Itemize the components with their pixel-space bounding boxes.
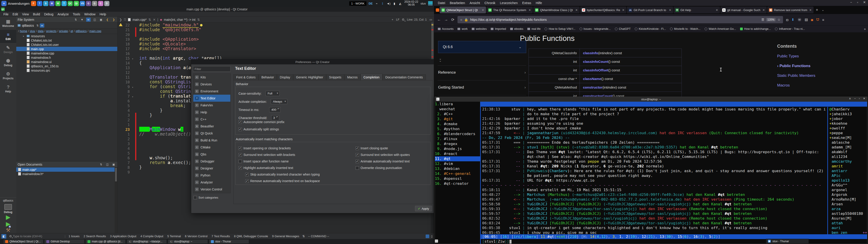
pane-split-icon[interactable]: ◫ [92, 18, 97, 22]
menu-help[interactable]: Help [97, 12, 108, 16]
close-button[interactable]: ✕ [863, 0, 866, 4]
buffer--blendercoders[interactable]: 6. #blendercoders [435, 131, 480, 136]
screenshot-tool-icon[interactable]: ⌁ [375, 2, 379, 5]
buffer--openssl[interactable]: 15. #openssl [435, 176, 480, 181]
function-name-link[interactable]: classInfoCount [583, 60, 608, 64]
output-panes-toggle-icon[interactable]: ▯ [431, 235, 433, 238]
prefs-category-devices[interactable]: DDevices [193, 81, 230, 88]
nick-ChanServ[interactable]: @ChanServ [829, 107, 867, 112]
ff-menu-lesezeichen[interactable]: Lesezeichen [498, 1, 520, 5]
panel-corner-icon[interactable] [435, 240, 438, 243]
file-tree-item-CMakeLists.txt.user[interactable]: CMakeLists.txt.user [16, 42, 117, 47]
minimize-button[interactable]: − [850, 0, 852, 4]
tab-close-icon[interactable]: ✕ [153, 18, 156, 22]
buffer--node-js[interactable]: 9. #node.js [435, 146, 480, 151]
bookmark-kkiste-kinokiste-fi-[interactable]: Kkiste/Kinokiste - Fi... [633, 27, 668, 31]
menu-build[interactable]: Build [31, 12, 42, 16]
code-line[interactable]: 17#include <QTranslator> [118, 46, 431, 51]
bookmark-influencer-trau-ni-[interactable]: Influencer - Trau ni... [773, 27, 807, 31]
preferences-filter-input[interactable]: Filter [193, 66, 230, 72]
terminal-titlebar[interactable]: ›_ stuv@laptop: ~ ∧ − ▫ ✕ [435, 97, 867, 102]
menu-edit[interactable]: Edit [11, 12, 20, 16]
browser-tab[interactable]: QtQMainWindow Class | Qt✕ [533, 6, 580, 13]
tab-close-icon[interactable]: ✕ [482, 8, 484, 12]
apply-button[interactable]: ✓ Apply [415, 206, 432, 211]
ff-menu-bearbeiten[interactable]: Bearbeiten [448, 1, 467, 5]
pane-back-icon[interactable]: ❮ [105, 18, 110, 22]
qt-version-select[interactable]: Qt 6.6 ⌄ [438, 41, 526, 53]
reload-button[interactable]: ⟳ [451, 18, 454, 22]
user-avatar[interactable] [428, 1, 433, 6]
nick-ArGGu-[interactable]: ArGGu^^ [829, 183, 867, 187]
launcher-whatsapp[interactable]: W [55, 1, 61, 6]
buffer--C-general[interactable]: 14. #C++-general [435, 171, 480, 176]
ff-menu-hilfe[interactable]: Hilfe [534, 1, 544, 5]
launcher-gimp[interactable]: G [92, 1, 97, 6]
taskbar-entry[interactable]: stuv - Thunar [209, 239, 249, 244]
buffer--C-[interactable]: 2. #C++ [435, 112, 480, 117]
prefs-category-kits[interactable]: KKits [193, 74, 230, 81]
editor-tab-label[interactable]: main.cpp* [132, 18, 147, 22]
launcher-firefox[interactable]: F [31, 1, 36, 6]
prefs-category-debugger[interactable]: DDebugger [193, 158, 230, 165]
code-line[interactable]: 22#include "mainwindow.h" [118, 23, 431, 27]
function-row[interactable]: const char *className() const [529, 74, 682, 83]
pane-close-icon[interactable]: ▣ [99, 18, 103, 22]
bookmark-how-to-setup-vim-f-[interactable]: How to Setup VIM f... [543, 27, 577, 31]
file-tree-item-CMakeLists.txt[interactable]: CMakeLists.txt [16, 38, 117, 42]
contents-link-public-types[interactable]: Public Types [777, 54, 831, 59]
buffer-libera[interactable]: 1.libera [435, 102, 480, 106]
launcher-qtcreator[interactable]: QC [68, 1, 73, 6]
shield-icon[interactable]: ◘ [786, 18, 788, 22]
bookmark-how-to-add-change-[interactable]: How to add/change... [739, 27, 772, 31]
od-close-icon[interactable]: ▣ [112, 162, 116, 166]
menu-window[interactable]: Window [82, 12, 98, 16]
prefs-tab-completion[interactable]: Completion [361, 74, 382, 80]
prefs-category-analyzer[interactable]: AAnalyzer [193, 179, 230, 186]
output-pane-2[interactable]: 2 Search Results [84, 235, 106, 238]
od-sort-icon[interactable]: ⇅ [99, 162, 103, 166]
nick-peppe[interactable]: +peppe [829, 130, 867, 135]
open-documents-scrollbar[interactable] [115, 167, 117, 233]
preferences-titlebar[interactable]: Preferences — Qt Creator [191, 59, 434, 64]
sidebar-icon[interactable]: ▤ [805, 18, 808, 22]
bookmark-websites[interactable]: websites [470, 27, 489, 31]
battery-icon[interactable]: ▮ [393, 2, 396, 5]
mode-help[interactable]: ?Help [0, 82, 16, 95]
launcher-metro-app[interactable]: M [49, 1, 55, 6]
launcher-disks[interactable]: D [104, 1, 110, 6]
browser-tab[interactable]: (A)Git Push Local Branch to✕ [627, 6, 673, 13]
download-icon[interactable]: ⬇ [792, 18, 794, 22]
code-line[interactable]: 18#include <QLocale> [118, 41, 431, 46]
pane-filter-icon[interactable]: ▼ [80, 18, 84, 22]
buffer--cmake[interactable]: 4. #cmake [435, 122, 480, 126]
file-tree-item-main.cpp[interactable]: main.cpp [16, 47, 117, 51]
launcher-qt[interactable]: Qt [74, 1, 79, 6]
mode-edit[interactable]: ≡Edit [0, 30, 16, 43]
editor-search-icon[interactable] [402, 19, 404, 21]
output-pane-7[interactable]: 7 Test Results [212, 235, 230, 238]
breadcrumb-projects[interactable]: projects [46, 29, 57, 33]
tab-close-icon[interactable]: ✕ [575, 8, 578, 12]
terminal-maximize-button[interactable]: ▫ [859, 97, 860, 100]
contents-link-public-functions[interactable]: › Public Functions [777, 64, 831, 68]
nick-jobor[interactable]: +jobor [829, 116, 867, 121]
output-pane-6[interactable]: 6 Version Control [185, 235, 208, 238]
nick-ben-zen[interactable]: ben_zen++ [829, 230, 867, 234]
mode-projects[interactable]: ⚙Projects [0, 69, 16, 82]
buffer--vim[interactable]: 12. #vim [435, 161, 480, 166]
keyboard-layout-indicator[interactable]: DE [369, 2, 373, 5]
mode-debug[interactable]: ⬢Debug [0, 56, 16, 69]
output-pane-8[interactable]: 8 QML Debugger Console [234, 235, 268, 238]
menu-debug[interactable]: Debug [42, 12, 55, 16]
bookmark-real-life[interactable]: real life [526, 27, 542, 31]
site-info-icon[interactable]: ○ [460, 18, 462, 22]
nick-argonel[interactable]: argonel [829, 187, 867, 192]
notifications-bell-icon[interactable]: ◭ [399, 2, 402, 5]
checkbox-insert-space-after-function-name[interactable]: Insert space after function name [239, 159, 289, 163]
launcher-thunderbird[interactable]: T [37, 1, 42, 6]
code-line[interactable]: 21#include "qobjectdefs.h" [118, 27, 431, 32]
function-row[interactable]: intclassInfoOffset() const [529, 66, 682, 74]
new-tab-button[interactable]: + [816, 8, 818, 12]
tab-close-icon[interactable]: ✕ [669, 8, 671, 12]
